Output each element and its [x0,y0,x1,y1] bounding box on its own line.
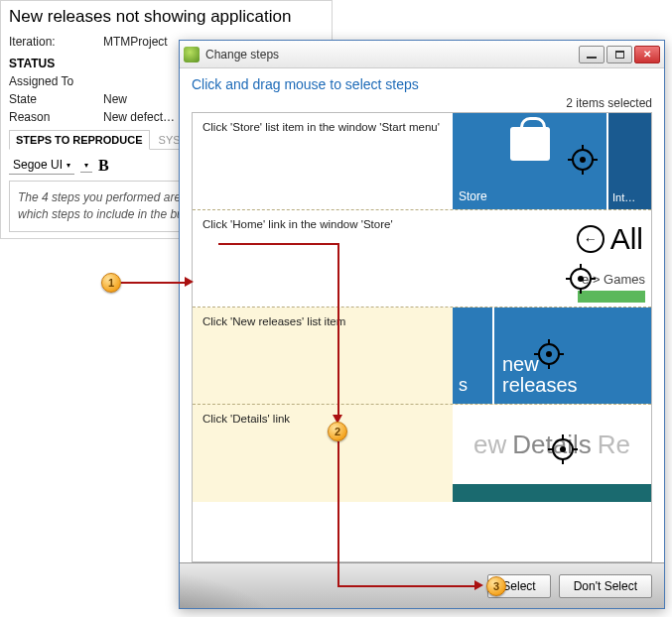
step-description: Click 'Details' link [193,405,453,502]
green-bar [578,291,645,303]
app-icon [184,47,200,62]
arrow-line [337,243,339,417]
tab-steps-to-reproduce[interactable]: STEPS TO REPRODUCE [9,130,150,150]
dialog-title: Change steps [205,48,573,62]
crosshair-icon [572,149,594,171]
font-family-select[interactable]: Segoe UI ▾ [9,156,74,175]
store-tile-label: Store [459,189,601,203]
bug-title: New releases not showing application [9,7,324,27]
state-label: State [9,92,103,106]
arrow-line [218,243,337,245]
fragment-left: ew [473,430,506,460]
reason-label: Reason [9,110,103,124]
back-icon: ← [577,225,605,253]
arrow-head-icon [474,580,483,590]
callout-badge-1: 1 [101,273,121,293]
font-family-value: Segoe UI [13,158,63,172]
step-thumbnail: s new releases [453,308,651,404]
iteration-value: MTMProject [103,35,168,49]
tile-line2: releases [502,375,643,396]
fragment-right: Re [598,430,630,460]
callout-badge-2: 2 [328,422,347,441]
step-description: Click 'Home' link in the window 'Store' [193,210,453,307]
step-description: Click 'Store' list item in the window 'S… [193,113,453,209]
internet-tile-label: Int… [612,191,635,203]
window-controls: ✕ [579,46,660,63]
new-releases-tile: new releases [492,308,651,404]
font-size-select[interactable]: ▾ [80,159,92,173]
state-value[interactable]: New [103,92,127,106]
dont-select-button[interactable]: Don't Select [559,574,652,598]
step-row[interactable]: Click 'Details' link ew Details Re [193,405,651,502]
step-thumbnail: ← All e > Games [453,210,651,307]
dialog-body: Click and drag mouse to select steps 2 i… [180,68,664,562]
crosshair-icon [570,268,592,290]
reason-value[interactable]: New defect… [103,110,175,124]
chevron-down-icon: ▾ [84,161,88,170]
teal-bar [453,484,651,502]
step-row[interactable]: Click 'Store' list item in the window 'S… [193,113,651,210]
shopping-bag-icon [510,127,550,161]
tile-line1: new [502,354,643,375]
arrow-line [337,441,339,585]
callout-badge-3: 3 [486,576,506,596]
assigned-to-label: Assigned To [9,74,103,88]
steps-list[interactable]: Click 'Store' list item in the window 'S… [192,112,652,562]
internet-tile: Int… [606,113,651,209]
maximize-button[interactable] [606,46,632,63]
close-button[interactable]: ✕ [634,46,660,63]
chevron-down-icon: ▾ [67,161,70,170]
tile-fragment: s [453,308,492,404]
arrow-line [121,282,185,284]
store-header: ← All [453,210,651,268]
all-text: All [610,222,643,256]
step-thumbnail: Store Int… [453,113,651,209]
selection-count: 2 items selected [192,96,652,110]
step-row[interactable]: Click 'Home' link in the window 'Store' … [193,210,651,308]
minimize-button[interactable] [579,46,605,63]
step-thumbnail: ew Details Re [453,405,651,502]
step-row[interactable]: Click 'New releases' list item s new rel… [193,308,651,405]
change-steps-dialog: Change steps ✕ Click and drag mouse to s… [179,40,665,609]
crosshair-icon [552,438,574,460]
dialog-instruction: Click and drag mouse to select steps [192,76,652,92]
dialog-titlebar[interactable]: Change steps ✕ [180,41,664,68]
iteration-label: Iteration: [9,35,103,49]
crosshair-icon [538,343,560,365]
breadcrumb-row: e > Games [453,268,651,307]
bold-button[interactable]: B [98,157,109,175]
arrow-head-icon [185,277,194,287]
arrow-line [337,585,474,587]
step-description: Click 'New releases' list item [193,308,453,404]
